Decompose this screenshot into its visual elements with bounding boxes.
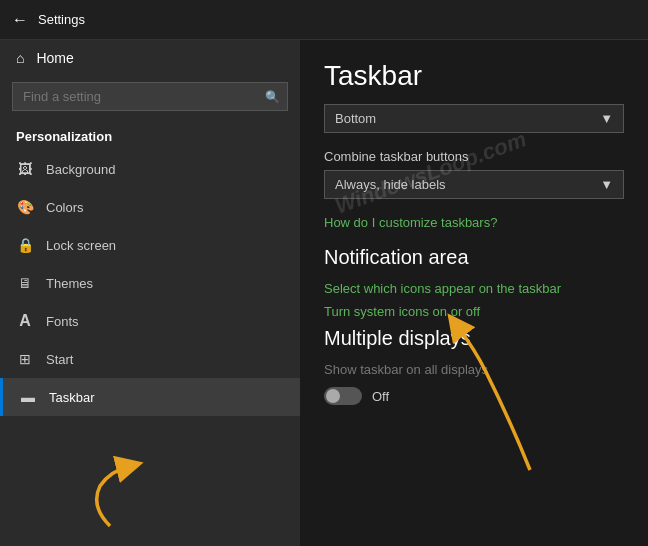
sidebar: ⌂ Home 🔍 Personalization 🖼 Background 🎨 … bbox=[0, 40, 300, 546]
sidebar-item-label: Fonts bbox=[46, 314, 79, 329]
combine-value: Always, hide labels bbox=[335, 177, 446, 192]
toggle-row: Off bbox=[324, 387, 624, 405]
background-icon: 🖼 bbox=[16, 160, 34, 178]
combine-chevron: ▼ bbox=[600, 177, 613, 192]
back-button[interactable]: ← bbox=[12, 11, 28, 29]
sidebar-item-home[interactable]: ⌂ Home bbox=[0, 40, 300, 76]
taskbar-position-value: Bottom bbox=[335, 111, 376, 126]
search-input[interactable] bbox=[12, 82, 288, 111]
sidebar-item-label: Colors bbox=[46, 200, 84, 215]
sidebar-item-taskbar[interactable]: ▬ Taskbar bbox=[0, 378, 300, 416]
sidebar-item-start[interactable]: ⊞ Start bbox=[0, 340, 300, 378]
sidebar-item-label: Taskbar bbox=[49, 390, 95, 405]
combine-label: Combine taskbar buttons bbox=[324, 149, 624, 164]
title-bar: ← Settings bbox=[0, 0, 648, 40]
dropdown-chevron: ▼ bbox=[600, 111, 613, 126]
taskbar-position-dropdown[interactable]: Bottom ▼ bbox=[324, 104, 624, 133]
themes-icon: 🖥 bbox=[16, 274, 34, 292]
sidebar-item-background[interactable]: 🖼 Background bbox=[0, 150, 300, 188]
show-all-label: Show taskbar on all displays bbox=[324, 362, 624, 377]
colors-icon: 🎨 bbox=[16, 198, 34, 216]
sidebar-item-colors[interactable]: 🎨 Colors bbox=[0, 188, 300, 226]
multiple-displays-heading: Multiple displays bbox=[324, 327, 624, 350]
sidebar-item-label: Start bbox=[46, 352, 73, 367]
fonts-icon: A bbox=[16, 312, 34, 330]
sidebar-item-label: Lock screen bbox=[46, 238, 116, 253]
notification-heading: Notification area bbox=[324, 246, 624, 269]
content-area: WindowsLoop.com Taskbar Bottom ▼ Combine… bbox=[300, 40, 648, 546]
sidebar-item-lock-screen[interactable]: 🔒 Lock screen bbox=[0, 226, 300, 264]
toggle-switch[interactable] bbox=[324, 387, 362, 405]
system-icons-link[interactable]: Turn system icons on or off bbox=[324, 304, 624, 319]
sidebar-item-label: Background bbox=[46, 162, 115, 177]
page-title: Taskbar bbox=[324, 60, 624, 92]
toggle-label: Off bbox=[372, 389, 389, 404]
taskbar-icon: ▬ bbox=[19, 388, 37, 406]
select-icons-link[interactable]: Select which icons appear on the taskbar bbox=[324, 281, 624, 296]
customize-link[interactable]: How do I customize taskbars? bbox=[324, 215, 624, 230]
sidebar-home-label: Home bbox=[36, 50, 73, 66]
combine-dropdown[interactable]: Always, hide labels ▼ bbox=[324, 170, 624, 199]
search-icon: 🔍 bbox=[265, 90, 280, 104]
sidebar-item-themes[interactable]: 🖥 Themes bbox=[0, 264, 300, 302]
main-layout: ⌂ Home 🔍 Personalization 🖼 Background 🎨 … bbox=[0, 40, 648, 546]
start-icon: ⊞ bbox=[16, 350, 34, 368]
sidebar-section-title: Personalization bbox=[0, 121, 300, 150]
home-icon: ⌂ bbox=[16, 50, 24, 66]
sidebar-item-label: Themes bbox=[46, 276, 93, 291]
lock-icon: 🔒 bbox=[16, 236, 34, 254]
sidebar-search: 🔍 bbox=[12, 82, 288, 111]
sidebar-item-fonts[interactable]: A Fonts bbox=[0, 302, 300, 340]
title-bar-title: Settings bbox=[38, 12, 85, 27]
